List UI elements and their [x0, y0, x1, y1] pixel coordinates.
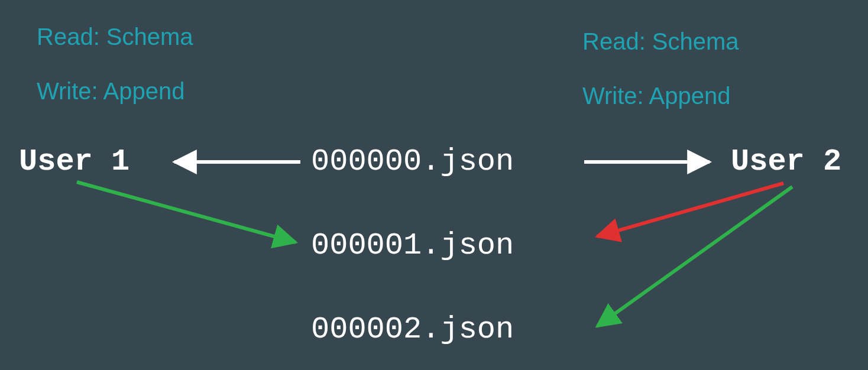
arrow-user2-to-file1	[597, 183, 783, 236]
arrow-user2-to-file2	[597, 187, 792, 326]
user1-node: User 1	[19, 144, 129, 179]
user2-read-permission: Read: Schema	[582, 28, 739, 55]
file-2-node: 000002.json	[311, 312, 514, 347]
user2-node: User 2	[731, 144, 841, 179]
user1-write-permission: Write: Append	[37, 78, 185, 105]
user2-write-permission: Write: Append	[582, 83, 731, 109]
file-1-node: 000001.json	[311, 228, 514, 263]
file-0-node: 000000.json	[311, 144, 514, 179]
diagram-canvas: Read: Schema Write: Append Read: Schema …	[0, 0, 868, 370]
arrow-user1-to-file1	[77, 182, 296, 242]
user1-read-permission: Read: Schema	[37, 24, 193, 50]
